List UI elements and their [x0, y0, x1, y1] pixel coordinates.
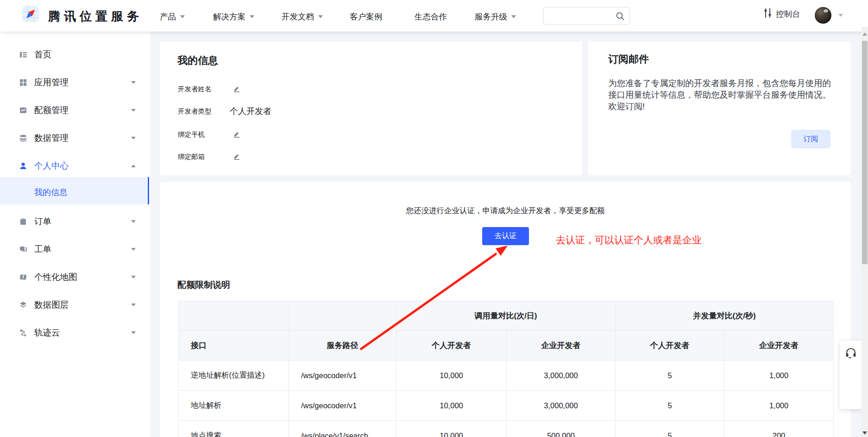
scrollbar-thumb[interactable]	[862, 41, 868, 264]
console-label: 控制台	[776, 8, 800, 19]
quota-cell-2-5: 200	[724, 421, 834, 437]
avatar-dropdown-icon[interactable]	[838, 14, 843, 17]
chevron-down-icon	[131, 331, 136, 334]
field-row-developer-name: 开发者姓名	[178, 84, 240, 94]
field-row-developer-type: 开发者类型个人开发者	[178, 107, 271, 116]
quota-col-header-0: 接口	[179, 330, 289, 361]
quota-cell-1-4: 5	[616, 391, 724, 421]
nav-item-label: 解决方案	[213, 9, 245, 24]
sidebar-item-personal-center[interactable]: 个人中心	[0, 158, 151, 174]
edit-pencil-icon[interactable]	[233, 85, 240, 93]
quota-cell-1-3: 3,000,000	[507, 391, 616, 421]
nav-item-3[interactable]: 客户案例	[350, 9, 382, 24]
sidebar-item-label: 轨迹云	[34, 327, 60, 338]
quota-cell-0-5: 1,000	[724, 361, 834, 391]
scrollbar[interactable]	[862, 27, 868, 437]
sidebar-item-data-layers[interactable]: 数据图层	[0, 297, 151, 313]
sidebar-item-work-orders[interactable]: 工单	[0, 241, 151, 258]
nav-item-label: 客户案例	[350, 9, 382, 24]
sidebar-item-home[interactable]: 首页	[0, 46, 151, 63]
subscribe-button[interactable]: 订阅	[791, 130, 830, 148]
chevron-down-icon	[511, 15, 516, 18]
sidebar-item-label: 个性化地图	[34, 271, 77, 283]
scrollbar-up-arrow-icon[interactable]	[862, 32, 867, 36]
edit-pencil-icon[interactable]	[233, 131, 240, 138]
quota-cell-2-1: /ws/place/v1/search	[289, 421, 396, 437]
quota-cell-0-3: 3,000,000	[507, 361, 616, 391]
header-search-box	[543, 7, 630, 25]
sidebar-item-track-cloud[interactable]: 轨迹云	[0, 324, 151, 341]
sidebar-item-label: 配额管理	[34, 104, 69, 116]
search-input[interactable]	[548, 9, 613, 22]
chevron-down-icon	[131, 276, 136, 279]
chevron-down-icon	[131, 137, 136, 139]
database-icon	[19, 134, 27, 142]
sidebar-subitem-my-info[interactable]: 我的信息	[0, 177, 149, 204]
nav-item-label: 开发文档	[282, 9, 314, 24]
quota-cell-0-4: 5	[616, 361, 724, 391]
brand-title[interactable]: 腾讯位置服务	[48, 8, 143, 25]
ticket-chat-icon	[19, 246, 27, 253]
sidebar-item-label: 应用管理	[34, 76, 69, 88]
sidebar-item-custom-map[interactable]: 个性化地图	[0, 269, 151, 285]
nav-item-1[interactable]: 解决方案	[213, 9, 254, 24]
sidebar-item-quota-management[interactable]: 配额管理	[0, 102, 151, 119]
field-row-bound-phone: 绑定手机	[178, 130, 240, 139]
quota-col-header-3: 企业开发者	[507, 330, 616, 361]
top-header: 腾讯位置服务 产品解决方案开发文档客户案例生态合作服务升级 控制台	[0, 0, 868, 32]
quota-cell-2-0: 地点搜索	[179, 421, 289, 437]
field-row-bound-email: 绑定邮箱	[178, 152, 240, 161]
quota-col-header-4: 个人开发者	[616, 330, 724, 361]
annotation-text: 去认证，可以认证个人或者是企业	[556, 234, 702, 247]
quota-col-header-5: 企业开发者	[724, 330, 834, 361]
order-clipboard-icon	[19, 218, 27, 225]
sidebar-item-app-management[interactable]: 应用管理	[0, 74, 151, 91]
chevron-down-icon	[318, 15, 323, 18]
quota-chart-icon	[19, 107, 27, 114]
search-icon[interactable]	[616, 12, 625, 23]
quota-col-header-2: 个人开发者	[396, 330, 507, 361]
contact-support-widget[interactable]	[840, 341, 862, 409]
quota-group-concurrency: 并发量对比(次/秒)	[616, 301, 834, 330]
chevron-down-icon	[131, 81, 136, 84]
brand-logo-icon[interactable]	[22, 6, 39, 22]
go-certify-button[interactable]: 去认证	[482, 227, 529, 245]
sidebar-item-data-management[interactable]: 数据管理	[0, 130, 151, 146]
sidebar-item-orders[interactable]: 订单	[0, 213, 151, 230]
chevron-up-icon	[131, 165, 136, 167]
scrollbar-down-arrow-icon[interactable]	[862, 431, 867, 435]
nav-item-0[interactable]: 产品	[160, 9, 185, 24]
subscribe-card: 订阅邮件 为您准备了专属定制的开发者服务月报，包含您每月使用的接口用量统计等信息…	[588, 42, 851, 175]
certification-section: 您还没进行企业认证，申请成为企业开发者，享受更多配额 去认证 去认证，可以认证个…	[160, 182, 851, 437]
apps-grid-icon	[19, 79, 27, 86]
quota-cell-1-0: 地址解析	[179, 391, 289, 421]
nav-item-label: 产品	[160, 9, 176, 24]
nav-item-5[interactable]: 服务升级	[475, 9, 516, 24]
nav-item-2[interactable]: 开发文档	[282, 9, 323, 24]
nav-item-4[interactable]: 生态合作	[415, 9, 447, 24]
track-cloud-icon	[19, 329, 27, 336]
sidebar-item-label: 数据图层	[34, 299, 69, 310]
field-label: 绑定邮箱	[178, 152, 230, 161]
quota-cell-2-2: 10,000	[396, 421, 507, 437]
quota-cell-2-3: 500,000	[507, 421, 616, 437]
nav-item-label: 服务升级	[475, 9, 507, 24]
quota-row-1: 地址解析/ws/geocoder/v110,0003,000,00051,000	[179, 391, 834, 421]
quota-table: 调用量对比(次/日)并发量对比(次/秒)接口服务路径个人开发者企业开发者个人开发…	[178, 301, 834, 437]
chevron-down-icon	[131, 304, 136, 306]
quota-section-title: 配额限制说明	[177, 279, 230, 291]
sidebar-item-label: 订单	[34, 215, 51, 227]
profile-card: 我的信息 开发者姓名开发者类型个人开发者绑定手机绑定邮箱	[160, 42, 582, 175]
sidebar-subitem-label: 我的信息	[34, 187, 68, 198]
user-avatar[interactable]	[815, 7, 831, 24]
edit-pencil-icon[interactable]	[233, 153, 240, 160]
console-link[interactable]: 控制台	[763, 7, 800, 21]
field-label: 开发者类型	[178, 107, 230, 116]
certification-notice: 您还没进行企业认证，申请成为企业开发者，享受更多配额	[160, 206, 851, 216]
chevron-down-icon	[180, 15, 185, 18]
quota-row-0: 逆地址解析(位置描述)/ws/geocoder/v110,0003,000,00…	[179, 361, 834, 391]
quota-cell-1-1: /ws/geocoder/v1	[289, 391, 396, 421]
chevron-down-icon	[131, 109, 136, 112]
subscribe-description: 为您准备了专属定制的开发者服务月报，包含您每月使用的接口用量统计等信息，帮助您及…	[608, 77, 838, 112]
quota-row-2: 地点搜索/ws/place/v1/search10,000500,0005200	[179, 421, 834, 437]
